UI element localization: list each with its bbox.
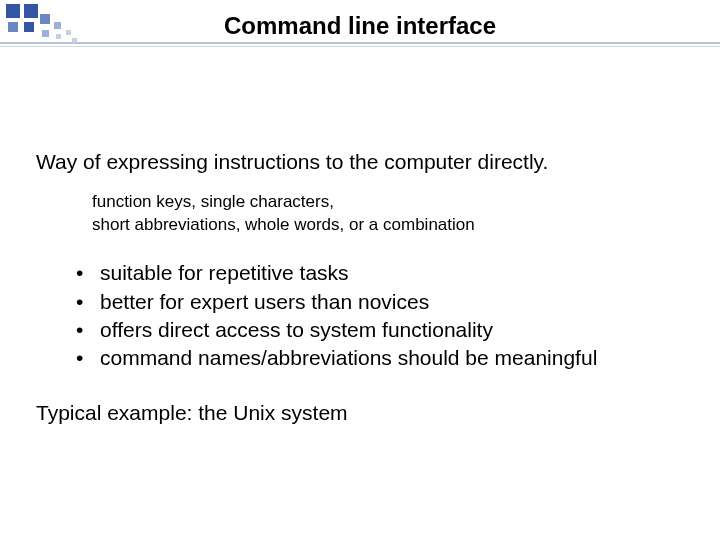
list-item: suitable for repetitive tasks: [76, 259, 696, 287]
slide-content: Way of expressing instructions to the co…: [36, 148, 696, 426]
slide-title: Command line interface: [0, 12, 720, 40]
subnote-line1: function keys, single characters,: [92, 192, 334, 211]
subnote: function keys, single characters, short …: [92, 191, 612, 237]
list-item: command names/abbreviations should be me…: [76, 344, 696, 372]
closing-text: Typical example: the Unix system: [36, 399, 696, 426]
list-item: offers direct access to system functiona…: [76, 316, 696, 344]
bullet-list: suitable for repetitive tasks better for…: [76, 259, 696, 372]
intro-text: Way of expressing instructions to the co…: [36, 148, 696, 175]
subnote-line2: short abbreviations, whole words, or a c…: [92, 215, 475, 234]
list-item: better for expert users than novices: [76, 288, 696, 316]
